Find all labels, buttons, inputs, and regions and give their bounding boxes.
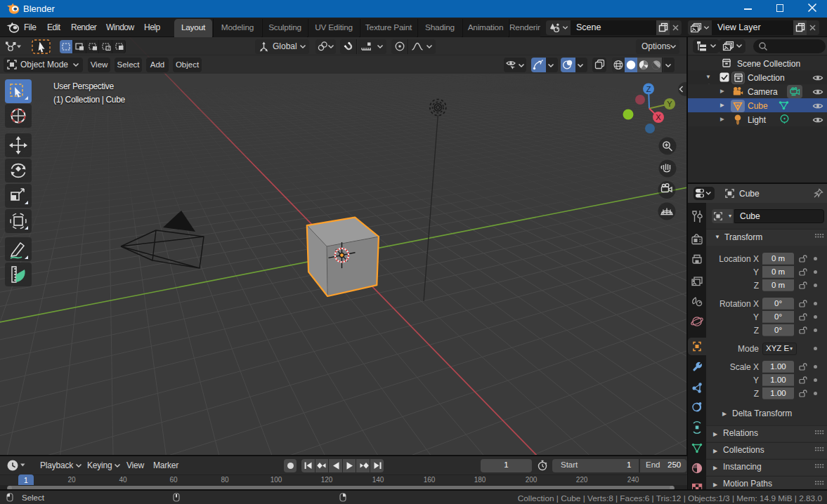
svg-text:Y: Y (667, 100, 672, 108)
svg-text:Z: Z (646, 85, 651, 93)
svg-text:X: X (656, 113, 661, 121)
